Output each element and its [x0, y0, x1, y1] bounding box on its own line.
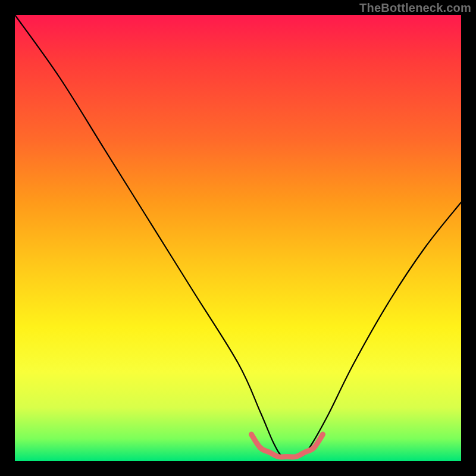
attribution-text: TheBottleneck.com: [359, 1, 471, 15]
chart-svg: [15, 15, 461, 461]
plot-area: [15, 15, 461, 461]
bottleneck-curve-path: [15, 15, 461, 458]
chart-stage: TheBottleneck.com: [0, 0, 476, 476]
optimal-band-path: [252, 434, 323, 457]
